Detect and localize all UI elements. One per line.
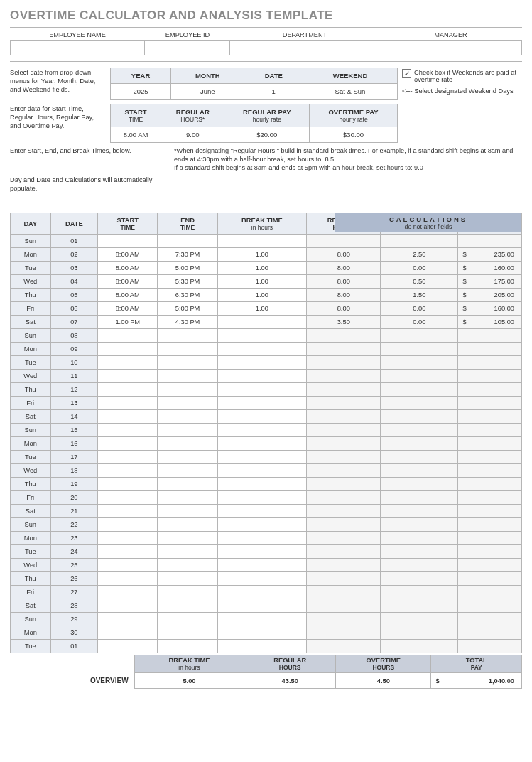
end-cell[interactable]: 6:30 PM [158, 289, 217, 302]
end-cell[interactable]: 5:00 PM [158, 302, 217, 316]
start-cell[interactable] [98, 478, 158, 491]
start-cell[interactable] [98, 505, 158, 518]
end-cell[interactable] [158, 235, 217, 248]
break-cell[interactable] [217, 316, 306, 329]
end-cell[interactable] [158, 572, 217, 586]
end-cell[interactable] [158, 613, 217, 626]
start-cell[interactable]: 8:00 AM [98, 248, 158, 262]
end-cell[interactable] [158, 599, 217, 613]
rate-value[interactable]: $30.00 [310, 127, 398, 143]
emp-field[interactable] [10, 40, 145, 55]
break-cell[interactable] [217, 343, 306, 356]
start-cell[interactable]: 8:00 AM [98, 275, 158, 289]
end-cell[interactable] [158, 343, 217, 356]
end-cell[interactable] [158, 505, 217, 518]
emp-field[interactable] [145, 40, 230, 55]
start-cell[interactable] [98, 451, 158, 464]
end-cell[interactable] [158, 356, 217, 370]
start-cell[interactable] [98, 424, 158, 437]
break-cell[interactable] [217, 356, 306, 370]
end-cell[interactable] [158, 370, 217, 383]
start-cell[interactable] [98, 586, 158, 599]
rate-value[interactable]: 9.00 [161, 127, 224, 143]
start-cell[interactable] [98, 599, 158, 613]
start-cell[interactable]: 8:00 AM [98, 262, 158, 275]
end-cell[interactable] [158, 329, 217, 343]
start-cell[interactable] [98, 464, 158, 478]
rate-value[interactable]: $20.00 [224, 127, 310, 143]
end-cell[interactable] [158, 464, 217, 478]
start-cell[interactable] [98, 613, 158, 626]
end-cell[interactable] [158, 559, 217, 572]
date-value[interactable]: June [171, 84, 244, 100]
end-cell[interactable] [158, 383, 217, 397]
end-cell[interactable] [158, 424, 217, 437]
break-cell[interactable] [217, 613, 306, 626]
date-value[interactable]: 1 [244, 84, 303, 100]
emp-field[interactable] [230, 40, 379, 55]
break-cell[interactable] [217, 370, 306, 383]
break-cell[interactable] [217, 437, 306, 451]
end-cell[interactable] [158, 586, 217, 599]
break-cell[interactable]: 1.00 [217, 275, 306, 289]
break-cell[interactable] [217, 424, 306, 437]
break-cell[interactable] [217, 410, 306, 424]
start-cell[interactable] [98, 370, 158, 383]
break-cell[interactable] [217, 235, 306, 248]
end-cell[interactable] [158, 532, 217, 545]
break-cell[interactable] [217, 383, 306, 397]
end-cell[interactable] [158, 478, 217, 491]
break-cell[interactable] [217, 451, 306, 464]
break-cell[interactable] [217, 329, 306, 343]
break-cell[interactable] [217, 545, 306, 559]
start-cell[interactable] [98, 383, 158, 397]
start-cell[interactable] [98, 437, 158, 451]
end-cell[interactable] [158, 640, 217, 653]
rate-value[interactable]: 8:00 AM [111, 127, 161, 143]
start-cell[interactable] [98, 329, 158, 343]
date-value[interactable]: Sat & Sun [303, 84, 397, 100]
weekend-overtime-checkbox[interactable]: ✓ Check box if Weekends are paid at over… [402, 68, 522, 83]
break-cell[interactable] [217, 505, 306, 518]
start-cell[interactable] [98, 518, 158, 532]
end-cell[interactable] [158, 626, 217, 640]
start-cell[interactable] [98, 410, 158, 424]
break-cell[interactable] [217, 491, 306, 505]
break-cell[interactable] [217, 397, 306, 410]
start-cell[interactable] [98, 235, 158, 248]
break-cell[interactable] [217, 518, 306, 532]
start-cell[interactable] [98, 559, 158, 572]
break-cell[interactable] [217, 559, 306, 572]
end-cell[interactable] [158, 437, 217, 451]
end-cell[interactable]: 4:30 PM [158, 316, 217, 329]
end-cell[interactable] [158, 410, 217, 424]
start-cell[interactable] [98, 640, 158, 653]
end-cell[interactable] [158, 491, 217, 505]
start-cell[interactable] [98, 343, 158, 356]
start-cell[interactable] [98, 532, 158, 545]
end-cell[interactable] [158, 545, 217, 559]
end-cell[interactable] [158, 397, 217, 410]
start-cell[interactable]: 8:00 AM [98, 302, 158, 316]
start-cell[interactable] [98, 545, 158, 559]
start-cell[interactable]: 1:00 PM [98, 316, 158, 329]
start-cell[interactable] [98, 491, 158, 505]
end-cell[interactable]: 5:30 PM [158, 275, 217, 289]
break-cell[interactable]: 1.00 [217, 302, 306, 316]
break-cell[interactable]: 1.00 [217, 289, 306, 302]
end-cell[interactable] [158, 518, 217, 532]
start-cell[interactable] [98, 397, 158, 410]
break-cell[interactable] [217, 626, 306, 640]
end-cell[interactable]: 5:00 PM [158, 262, 217, 275]
break-cell[interactable] [217, 478, 306, 491]
break-cell[interactable]: 1.00 [217, 262, 306, 275]
end-cell[interactable]: 7:30 PM [158, 248, 217, 262]
break-cell[interactable] [217, 464, 306, 478]
break-cell[interactable] [217, 532, 306, 545]
end-cell[interactable] [158, 451, 217, 464]
date-value[interactable]: 2025 [111, 84, 171, 100]
start-cell[interactable] [98, 356, 158, 370]
break-cell[interactable] [217, 640, 306, 653]
start-cell[interactable] [98, 572, 158, 586]
start-cell[interactable] [98, 626, 158, 640]
